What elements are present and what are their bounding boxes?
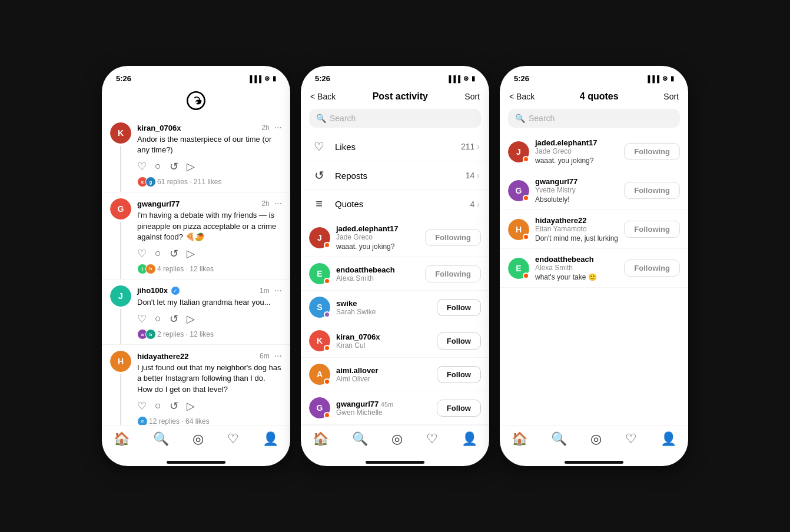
share-icon-kiran[interactable]: ▷ (187, 160, 195, 173)
user-row-endo-2: E endoatthebeach Alexa Smith Following (301, 257, 489, 291)
username-row-jiho: jiho100x ✓ (137, 286, 180, 295)
comment-icon-hidaya[interactable]: ○ (155, 400, 161, 413)
replies-count-hidaya: 12 replies · 64 likes (149, 417, 210, 425)
verified-jiho: ✓ (171, 287, 180, 295)
repost-icon-kiran[interactable]: ↺ (170, 160, 178, 173)
comment-icon-kiran[interactable]: ○ (155, 160, 161, 173)
user-left-jaded-2: J jaded.elephant17 Jade Greco waaat. you… (309, 224, 398, 251)
quotes-title: 4 quotes (580, 91, 619, 102)
avatar-kiran[interactable]: K (110, 122, 131, 144)
nav-profile-3[interactable]: 👤 (660, 431, 676, 447)
status-icons-1: ▐▐▐ ⊛ ▮ (248, 75, 276, 82)
quotes-row[interactable]: ≡ Quotes 4 › (301, 190, 489, 218)
following-btn-hidaya-3[interactable]: Following (624, 221, 680, 238)
sort-button-2[interactable]: Sort (464, 92, 480, 101)
user-left-gwangurl-3: G gwangurl77 Yvette Mistry Absolutely! (508, 177, 577, 204)
user-row-gwangurl-3: G gwangurl77 Yvette Mistry Absolutely! F… (500, 171, 688, 210)
nav-search-3[interactable]: 🔍 (551, 431, 567, 447)
like-icon-jiho[interactable]: ♡ (137, 312, 147, 325)
battery-icon-2: ▮ (472, 75, 475, 82)
nav-search-2[interactable]: 🔍 (352, 431, 368, 447)
share-icon-jiho[interactable]: ▷ (187, 312, 195, 325)
following-btn-jaded-3[interactable]: Following (624, 143, 680, 160)
reply-av-4: h (145, 264, 156, 274)
online-dot-hidaya-3 (523, 234, 529, 240)
phone-post-activity: 5:26 ▐▐▐ ⊛ ▮ < Back Post activity Sort 🔍… (301, 66, 489, 466)
likes-label: Likes (335, 142, 356, 152)
repost-icon-hidaya[interactable]: ↺ (170, 400, 178, 413)
post-actions-jiho: ♡ ○ ↺ ▷ (137, 312, 282, 325)
nav-profile-1[interactable]: 👤 (263, 431, 278, 447)
avatar-jiho[interactable]: J (110, 285, 131, 307)
like-icon-gwangurl[interactable]: ♡ (137, 247, 147, 260)
post-dots-kiran[interactable]: ··· (274, 122, 282, 133)
wifi-icon: ⊛ (264, 75, 270, 82)
nav-home-1[interactable]: 🏠 (114, 431, 130, 447)
reply-avatars-hidaya: c (137, 416, 145, 425)
nav-create-2[interactable]: ◎ (391, 431, 403, 447)
back-button-3[interactable]: < Back (509, 92, 535, 101)
nav-home-3[interactable]: 🏠 (512, 431, 527, 447)
nav-create-3[interactable]: ◎ (590, 431, 602, 447)
post-dots-hidaya[interactable]: ··· (274, 351, 282, 361)
username-hidaya[interactable]: hidayathere22 (137, 352, 188, 361)
like-icon-kiran[interactable]: ♡ (137, 160, 147, 173)
sort-button-3[interactable]: Sort (663, 92, 679, 101)
nav-likes-2[interactable]: ♡ (426, 431, 438, 447)
reposts-row[interactable]: ↺ Reposts 14 › (301, 161, 489, 190)
user-info-gwen: gwangurl77 45m Gwen Michelle (336, 400, 393, 417)
likes-row[interactable]: ♡ Likes 211 › (301, 132, 489, 161)
comment-icon-gwangurl[interactable]: ○ (155, 247, 161, 260)
following-btn-gwangurl-3[interactable]: Following (624, 182, 680, 199)
like-icon-hidaya[interactable]: ♡ (137, 400, 147, 413)
username-kiran[interactable]: kiran_0706x (137, 124, 181, 132)
post-dots-jiho[interactable]: ··· (274, 285, 282, 296)
share-icon-hidaya[interactable]: ▷ (187, 400, 195, 413)
user-row-swike: S swike Sarah Swike Follow (301, 291, 489, 324)
share-icon-gwangurl[interactable]: ▷ (187, 247, 195, 260)
post-meta-gwangurl: 2h ··· (261, 198, 282, 209)
nav-home-2[interactable]: 🏠 (313, 431, 328, 447)
realname-aimi: Aimi Oliver (336, 375, 379, 383)
nav-create-1[interactable]: ◎ (192, 431, 204, 447)
following-btn-endo-3[interactable]: Following (624, 260, 680, 277)
nav-likes-1[interactable]: ♡ (227, 431, 239, 447)
following-btn-endo-2[interactable]: Following (425, 265, 481, 282)
realname-hidaya-3: Eitan Yamamoto (535, 225, 618, 233)
post-stats-jiho: a b 2 replies · 12 likes (137, 329, 282, 340)
avatar-wrapper-gwangurl-3: G (508, 180, 529, 201)
nav-search-1[interactable]: 🔍 (153, 431, 169, 447)
thread-line-2 (120, 222, 121, 279)
comment-icon-jiho[interactable]: ○ (155, 312, 161, 325)
wifi-icon-3: ⊛ (662, 75, 668, 82)
nav-profile-2[interactable]: 👤 (462, 431, 477, 447)
search-bar-2[interactable]: 🔍 Search (309, 109, 481, 128)
post-dots-gwangurl[interactable]: ··· (274, 198, 282, 209)
follow-btn-swike[interactable]: Follow (437, 299, 481, 316)
nav-likes-3[interactable]: ♡ (625, 431, 637, 447)
avatar-hidaya[interactable]: H (110, 351, 131, 372)
user-left-gwen: G gwangurl77 45m Gwen Michelle (309, 397, 393, 418)
online-dot-aimi (324, 378, 330, 385)
username-gwangurl[interactable]: gwangurl77 (137, 200, 180, 208)
avatar-gwangurl[interactable]: G (110, 198, 131, 220)
realname-jaded-2: Jade Greco (336, 233, 398, 241)
reposts-chevron: › (477, 171, 480, 180)
repost-icon-gwangurl[interactable]: ↺ (170, 247, 178, 260)
username-gwen: gwangurl77 45m (336, 400, 393, 408)
repost-icon-jiho[interactable]: ↺ (170, 312, 178, 325)
post-body-kiran: Andor is the masterpiece of our time (or… (137, 134, 282, 155)
following-btn-jaded-2[interactable]: Following (425, 229, 481, 246)
post-time-hidaya: 6m (260, 352, 270, 360)
avatar-wrapper-aimi: A (309, 364, 330, 385)
follow-btn-aimi[interactable]: Follow (437, 366, 481, 383)
user-left-aimi: A aimi.allover Aimi Oliver (309, 364, 379, 385)
follow-btn-kiran-2[interactable]: Follow (437, 332, 481, 350)
online-dot-gwangurl-3 (523, 195, 529, 201)
search-bar-3[interactable]: 🔍 Search (508, 109, 680, 128)
username-jiho[interactable]: jiho100x (137, 286, 168, 295)
post-body-hidaya: I just found out that my neighbor's dog … (137, 363, 282, 395)
back-button-2[interactable]: < Back (310, 92, 336, 101)
follow-btn-gwen[interactable]: Follow (437, 400, 481, 417)
online-dot-jaded-3 (523, 156, 529, 162)
